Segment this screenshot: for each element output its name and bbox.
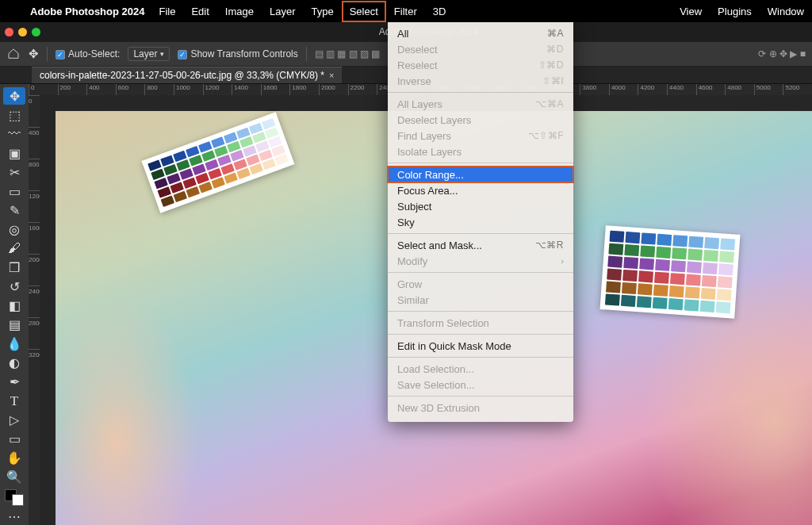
home-icon[interactable] bbox=[6, 48, 21, 60]
menu-edit[interactable]: Edit bbox=[183, 1, 216, 22]
minimize-window-button[interactable] bbox=[18, 28, 27, 36]
menuitem-color-range[interactable]: Color Range... bbox=[388, 167, 573, 182]
crop-tool[interactable]: ✂ bbox=[3, 163, 25, 181]
eraser-tool[interactable]: ◧ bbox=[3, 297, 25, 315]
edit-toolbar-button[interactable]: ⋯ bbox=[3, 508, 25, 525]
menu-file[interactable]: File bbox=[151, 1, 183, 22]
rectangle-tool[interactable]: ▭ bbox=[3, 431, 25, 448]
menu-image[interactable]: Image bbox=[217, 1, 262, 22]
blur-tool[interactable]: 💧 bbox=[3, 335, 25, 353]
select-menu-dropdown: All⌘ADeselect⌘DReselect⇧⌘DInverse⇧⌘IAll … bbox=[388, 22, 573, 422]
tools-panel: ✥⬚〰▣✂▭✎◎🖌❒↺◧▤💧◐✒T▷▭✋🔍⋯ bbox=[0, 84, 29, 525]
path-select-tool[interactable]: ▷ bbox=[3, 412, 25, 429]
menuitem-save-selection: Save Selection... bbox=[388, 377, 573, 393]
tab-label: colors-in-palette-2023-11-27-05-00-26-ut… bbox=[40, 70, 324, 81]
gradient-tool[interactable]: ▤ bbox=[3, 316, 25, 334]
menuitem-transform-selection: Transform Selection bbox=[388, 315, 573, 331]
zoom-tool[interactable]: 🔍 bbox=[3, 469, 25, 486]
document-tab[interactable]: colors-in-palette-2023-11-27-05-00-26-ut… bbox=[32, 67, 342, 83]
type-tool[interactable]: T bbox=[3, 393, 25, 410]
move-tool-icon[interactable]: ✥ bbox=[29, 47, 39, 61]
menuitem-sky[interactable]: Sky bbox=[388, 214, 573, 230]
menuitem-new-3d-extrusion: New 3D Extrusion bbox=[388, 400, 573, 416]
menu-layer[interactable]: Layer bbox=[262, 1, 304, 22]
marquee-tool[interactable]: ⬚ bbox=[3, 106, 25, 124]
eyedropper-tool[interactable]: ✎ bbox=[3, 201, 25, 219]
brush-tool[interactable]: 🖌 bbox=[3, 240, 25, 257]
menuitem-find-layers: Find Layers⌥⇧⌘F bbox=[388, 128, 573, 144]
menuitem-inverse: Inverse⇧⌘I bbox=[388, 73, 573, 89]
close-window-button[interactable] bbox=[5, 28, 13, 36]
menu-plugins[interactable]: Plugins bbox=[710, 1, 760, 22]
pen-tool[interactable]: ✒ bbox=[3, 374, 25, 391]
hand-tool[interactable]: ✋ bbox=[3, 450, 25, 467]
menuitem-all[interactable]: All⌘A bbox=[388, 25, 573, 41]
clone-tool[interactable]: ❒ bbox=[3, 259, 25, 276]
menuitem-similar: Similar bbox=[388, 292, 573, 308]
history-brush-tool[interactable]: ↺ bbox=[3, 278, 25, 295]
menu-type[interactable]: Type bbox=[304, 1, 342, 22]
spot-heal-tool[interactable]: ◎ bbox=[3, 220, 25, 238]
menuitem-deselect: Deselect⌘D bbox=[388, 41, 573, 57]
menuitem-isolate-layers: Isolate Layers bbox=[388, 144, 573, 159]
show-transform-checkbox[interactable]: ✓Show Transform Controls bbox=[178, 48, 297, 59]
close-tab-icon[interactable]: × bbox=[329, 71, 334, 80]
menuitem-select-and-mask[interactable]: Select and Mask...⌥⌘R bbox=[388, 237, 573, 253]
menuitem-subject[interactable]: Subject bbox=[388, 198, 573, 214]
lasso-tool[interactable]: 〰 bbox=[3, 125, 25, 143]
traffic-lights bbox=[5, 28, 40, 36]
macos-menubar: Adobe Photoshop 2024 FileEditImageLayerT… bbox=[0, 0, 812, 22]
menuitem-modify: Modify› bbox=[388, 253, 573, 269]
move-tool[interactable]: ✥ bbox=[3, 87, 25, 105]
menu-filter[interactable]: Filter bbox=[386, 1, 425, 22]
menuitem-deselect-layers: Deselect Layers bbox=[388, 112, 573, 128]
dodge-tool[interactable]: ◐ bbox=[3, 354, 25, 372]
frame-tool[interactable]: ▭ bbox=[3, 182, 25, 200]
auto-select-target[interactable]: Layer▾ bbox=[128, 47, 170, 61]
align-icons[interactable]: ▤ ▥ ▦ ▧ ▨ ▩ bbox=[315, 48, 381, 59]
color-swatch-card bbox=[600, 225, 741, 319]
extra-option-icons[interactable]: ⟳ ⊕ ✥ ▶ ■ bbox=[758, 48, 806, 59]
menu-window[interactable]: Window bbox=[760, 1, 812, 22]
color-swatch-card bbox=[141, 112, 294, 213]
app-name[interactable]: Adobe Photoshop 2024 bbox=[24, 6, 151, 17]
menuitem-all-layers: All Layers⌥⌘A bbox=[388, 96, 573, 112]
menuitem-edit-in-quick-mask-mode[interactable]: Edit in Quick Mask Mode bbox=[388, 338, 573, 354]
menu-3d[interactable]: 3D bbox=[425, 1, 454, 22]
menu-view[interactable]: View bbox=[672, 1, 710, 22]
menuitem-reselect: Reselect⇧⌘D bbox=[388, 57, 573, 73]
menuitem-grow: Grow bbox=[388, 276, 573, 292]
menuitem-load-selection: Load Selection... bbox=[388, 361, 573, 377]
ruler-vertical[interactable]: 0400800120016002000240028003200 bbox=[29, 95, 40, 525]
menu-select[interactable]: Select bbox=[342, 1, 386, 22]
foreground-background-colors[interactable] bbox=[3, 488, 25, 506]
menuitem-focus-area[interactable]: Focus Area... bbox=[388, 182, 573, 198]
auto-select-checkbox[interactable]: ✓Auto-Select: bbox=[56, 48, 120, 59]
object-select-tool[interactable]: ▣ bbox=[3, 144, 25, 162]
zoom-window-button[interactable] bbox=[32, 28, 40, 36]
